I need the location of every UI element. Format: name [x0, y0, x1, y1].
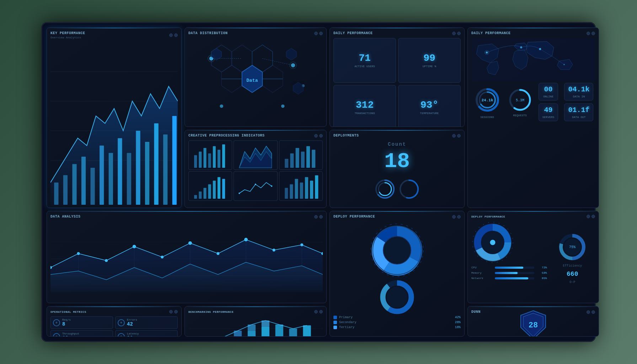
metric-icon-4: ⊙ — [118, 333, 125, 337]
pie-legend: Primary 42% Secondary 28% Tertiary 18% — [333, 316, 461, 329]
svg-rect-149 — [303, 325, 311, 337]
svg-rect-70 — [199, 192, 202, 199]
panel6-title: Deployments — [333, 134, 359, 138]
svg-rect-80 — [290, 184, 293, 199]
panel3-title: Daily Performance — [333, 31, 373, 35]
progress-bar-bg-2 — [495, 272, 534, 274]
kpi-label-1: Active Users — [354, 65, 375, 68]
line-bar-chart-area — [50, 42, 178, 205]
kpi-box-4: 93° Temperature — [398, 85, 461, 127]
panel1-title: Key Performance — [50, 31, 85, 35]
progress-label-2: Memory — [471, 271, 493, 274]
ctrl-dot-14[interactable] — [319, 215, 323, 219]
metric-icon-1: ⊙ — [53, 319, 60, 326]
daily-kpi-label-4: Data Out — [572, 116, 585, 119]
daily-kpi-4: 01.1f Data Out — [564, 103, 593, 121]
panel9-controls[interactable] — [587, 215, 595, 218]
panel11-controls[interactable] — [314, 310, 323, 314]
svg-rect-72 — [208, 184, 211, 199]
daily-kpi-label-1: Online — [543, 95, 553, 98]
metric-text-2: Throughput 16 — [62, 332, 111, 337]
panel-benchmarking: Benchmarking performance — [184, 306, 327, 337]
svg-rect-68 — [312, 150, 315, 168]
panel2-controls[interactable] — [314, 32, 323, 35]
progress-bar-fill-1 — [495, 267, 523, 269]
ctrl-dot-7[interactable] — [587, 32, 590, 35]
ctrl-dot-21[interactable] — [314, 310, 318, 314]
shield-svg: 28 — [519, 309, 547, 337]
svg-rect-84 — [310, 181, 313, 199]
svg-rect-81 — [295, 179, 298, 199]
panel4-title: Daily Performance — [471, 31, 511, 35]
panel1-controls[interactable] — [169, 33, 178, 37]
ctrl-dot-20[interactable] — [174, 310, 178, 314]
panel-kpi: Daily Performance 71 Active Users 99 Upt… — [330, 27, 465, 127]
ctrl-dot-5[interactable] — [452, 32, 456, 35]
ctrl-dot-10[interactable] — [319, 134, 323, 138]
metric-item-3: ⊙ Errors 42 — [115, 316, 178, 329]
panel10-controls[interactable] — [169, 310, 178, 314]
svg-point-100 — [133, 245, 136, 248]
ctrl-dot-6[interactable] — [457, 32, 461, 35]
kpi-value-4: 93° — [421, 100, 438, 110]
kpi-box-2: 99 Uptime % — [398, 38, 461, 83]
daily-kpi-2: 49 Servers — [539, 103, 558, 121]
ops-donut-label: Efficiency — [563, 264, 582, 268]
ops-counter: 660 — [567, 271, 578, 278]
ctrl-dot-11[interactable] — [452, 134, 456, 138]
mini-charts-grid — [188, 140, 323, 201]
ctrl-dot-12[interactable] — [457, 134, 461, 138]
daily-kpi-value-4: 01.1f — [568, 106, 589, 114]
shield-wrap: 28 — [519, 309, 547, 337]
svg-rect-143 — [248, 331, 256, 337]
svg-rect-8 — [81, 157, 86, 205]
legend-dot-1 — [333, 316, 337, 319]
ctrl-dot-23[interactable] — [587, 310, 590, 314]
ctrl-dot-24[interactable] — [592, 310, 595, 314]
ctrl-dot-1[interactable] — [169, 33, 173, 37]
svg-rect-60 — [222, 144, 225, 168]
progress-val-3: 85% — [536, 277, 547, 280]
progress-item-1: CPU 72% — [471, 266, 547, 269]
ctrl-dot-19[interactable] — [169, 310, 173, 314]
metric-item-4: ⊙ Latency 30 — [115, 330, 178, 337]
progress-label-3: Network — [471, 277, 493, 280]
svg-rect-64 — [290, 153, 294, 168]
svg-rect-67 — [306, 146, 310, 168]
ctrl-dot-4[interactable] — [319, 32, 323, 35]
panel8-controls[interactable] — [452, 215, 461, 219]
ctrl-dot-18[interactable] — [592, 215, 595, 218]
metric-val-4: 30 — [127, 335, 175, 337]
progress-bar-fill-2 — [495, 272, 518, 274]
svg-point-98 — [77, 252, 80, 255]
panel4-controls[interactable] — [587, 32, 595, 35]
ctrl-dot-2[interactable] — [174, 33, 178, 37]
svg-rect-57 — [208, 153, 211, 168]
panel7-controls[interactable] — [314, 215, 323, 219]
svg-text:Data: Data — [246, 78, 258, 83]
svg-rect-145 — [262, 327, 269, 337]
legend-label-1: Primary — [339, 316, 353, 319]
panel12-controls[interactable] — [587, 310, 595, 314]
svg-point-36 — [281, 105, 285, 108]
ctrl-dot-16[interactable] — [457, 215, 461, 219]
ctrl-dot-3[interactable] — [314, 32, 318, 35]
kpi-value-2: 99 — [423, 53, 435, 63]
ctrl-dot-13[interactable] — [314, 215, 318, 219]
panel6-controls[interactable] — [452, 134, 461, 138]
svg-text:24.1k: 24.1k — [481, 98, 493, 102]
svg-marker-39 — [286, 48, 296, 60]
ctrl-dot-15[interactable] — [452, 215, 456, 219]
ctrl-dot-8[interactable] — [592, 32, 595, 35]
metric-name-1: Req/s — [62, 318, 111, 321]
gauge-wrap-1: 24.1k Sessions — [473, 86, 502, 119]
metrics-col-2: ⊙ Errors 42 ⊙ Latency 30 — [115, 316, 178, 337]
panel2-title: Data Distribution — [188, 31, 228, 35]
ctrl-dot-22[interactable] — [319, 310, 323, 314]
ctrl-dot-17[interactable] — [587, 215, 590, 218]
panel5-controls[interactable] — [314, 134, 323, 138]
daily-kpi-label-2: Servers — [542, 116, 555, 119]
panel3-controls[interactable] — [452, 32, 461, 35]
ctrl-dot-9[interactable] — [314, 134, 318, 138]
daily-kpi-3: 04.1k Data In — [564, 83, 593, 101]
